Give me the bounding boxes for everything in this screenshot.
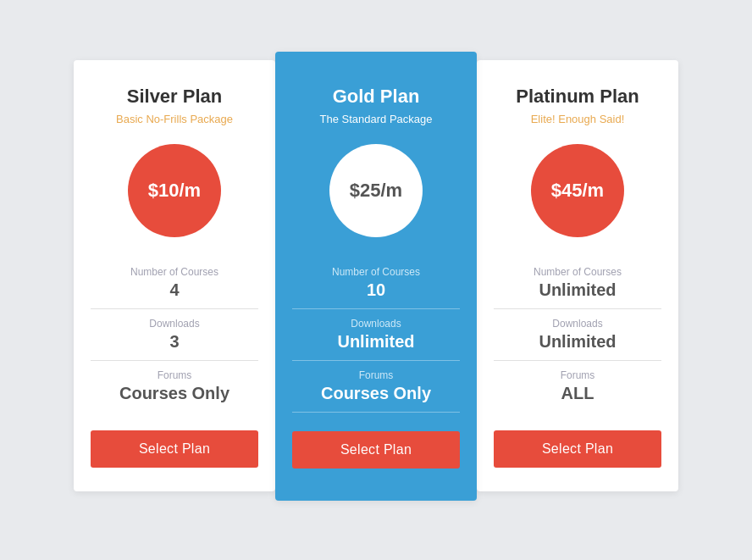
plan-card-silver: Silver PlanBasic No-Frills Package$10/mN… xyxy=(74,60,275,491)
feature-value-gold-2: Courses Only xyxy=(292,384,460,403)
plan-name-gold: Gold Plan xyxy=(333,86,420,108)
feature-block-platinum-2: ForumsALL xyxy=(494,361,661,412)
feature-value-silver-2: Courses Only xyxy=(91,384,258,403)
feature-value-platinum-1: Unlimited xyxy=(494,332,661,352)
plan-card-platinum: Platinum PlanElite! Enough Said!$45/mNum… xyxy=(477,60,678,491)
feature-block-gold-0: Number of Courses10 xyxy=(292,258,460,309)
price-text-platinum: $45/m xyxy=(551,180,604,202)
feature-value-gold-0: 10 xyxy=(292,280,460,300)
feature-label-gold-0: Number of Courses xyxy=(292,266,460,278)
feature-label-platinum-1: Downloads xyxy=(494,318,661,330)
price-text-silver: $10/m xyxy=(148,180,201,202)
feature-label-silver-0: Number of Courses xyxy=(91,266,258,278)
feature-label-gold-1: Downloads xyxy=(292,318,460,330)
feature-block-gold-1: DownloadsUnlimited xyxy=(292,309,460,361)
feature-value-platinum-0: Unlimited xyxy=(494,280,661,300)
feature-block-silver-0: Number of Courses4 xyxy=(91,258,258,309)
select-plan-button-silver[interactable]: Select Plan xyxy=(91,430,258,468)
price-circle-platinum: $45/m xyxy=(531,144,624,237)
plan-name-platinum: Platinum Plan xyxy=(516,86,639,108)
feature-block-silver-2: ForumsCourses Only xyxy=(91,361,258,412)
price-circle-silver: $10/m xyxy=(128,144,221,237)
feature-label-gold-2: Forums xyxy=(292,369,460,381)
feature-value-platinum-2: ALL xyxy=(494,384,661,403)
feature-block-gold-2: ForumsCourses Only xyxy=(292,361,460,413)
plan-name-silver: Silver Plan xyxy=(127,86,223,108)
feature-label-platinum-2: Forums xyxy=(494,369,661,381)
select-plan-button-platinum[interactable]: Select Plan xyxy=(494,430,661,468)
plan-tagline-silver: Basic No-Frills Package xyxy=(116,113,233,125)
pricing-container: Silver PlanBasic No-Frills Package$10/mN… xyxy=(74,60,678,501)
feature-value-silver-1: 3 xyxy=(91,332,258,352)
feature-block-silver-1: Downloads3 xyxy=(91,309,258,361)
feature-label-platinum-0: Number of Courses xyxy=(494,266,661,278)
price-text-gold: $25/m xyxy=(350,180,402,202)
select-plan-button-gold[interactable]: Select Plan xyxy=(292,431,460,469)
feature-value-gold-1: Unlimited xyxy=(292,332,460,352)
feature-value-silver-0: 4 xyxy=(91,280,258,300)
feature-block-platinum-1: DownloadsUnlimited xyxy=(494,309,661,361)
feature-label-silver-2: Forums xyxy=(91,369,258,381)
plan-card-gold: Gold PlanThe Standard Package$25/mNumber… xyxy=(275,52,477,501)
price-circle-gold: $25/m xyxy=(329,144,423,237)
plan-tagline-platinum: Elite! Enough Said! xyxy=(531,113,625,125)
plan-tagline-gold: The Standard Package xyxy=(320,113,433,125)
feature-label-silver-1: Downloads xyxy=(91,318,258,330)
feature-block-platinum-0: Number of CoursesUnlimited xyxy=(494,258,661,309)
